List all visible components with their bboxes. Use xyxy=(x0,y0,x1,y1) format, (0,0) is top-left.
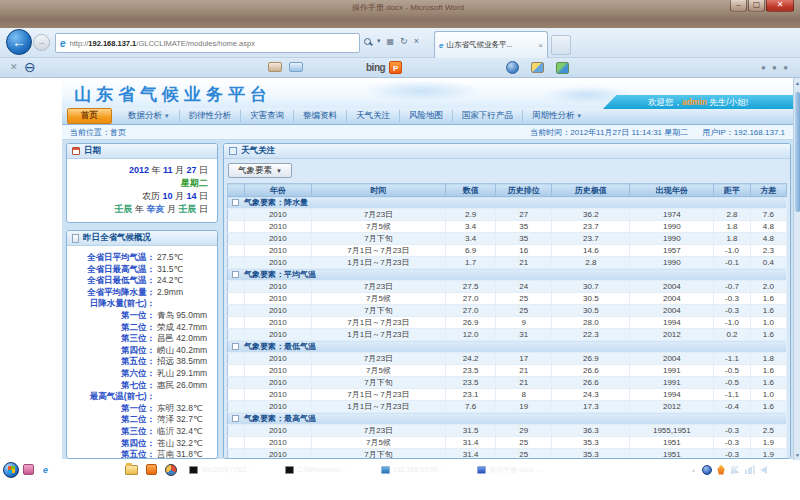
weather-focus-panel: 天气关注 气象要素 ▼ 年份时间数值历史排位历史极值出现年份距平方差气象要素：降… xyxy=(223,143,791,459)
browser-tab[interactable]: e 山东省气候业务平... × xyxy=(434,31,548,58)
menu-item-2[interactable]: 数据分析 ▼ xyxy=(119,110,180,122)
app-icon-orange[interactable] xyxy=(146,464,157,475)
page-scrollbar[interactable]: ▲ ▼ xyxy=(793,78,800,460)
explorer-icon[interactable] xyxy=(125,465,138,475)
bing-logo[interactable]: bing P xyxy=(366,61,402,74)
more-options-icon[interactable]: ● ● ● xyxy=(761,63,790,72)
taskbar-window-button[interactable]: C:\Windows\s... xyxy=(281,461,373,478)
scroll-up-icon[interactable]: ▲ xyxy=(794,80,800,86)
compatibility-view-icon[interactable]: ▦ xyxy=(387,37,395,46)
table-row[interactable]: 20107月1日～7月23日23.1824.31994-1.11.0 xyxy=(228,389,787,401)
new-tab-button[interactable] xyxy=(551,35,571,55)
antivirus-icon[interactable] xyxy=(717,465,726,475)
menu-item-1[interactable]: 首页 xyxy=(67,108,112,124)
menu-item-9[interactable]: 周期性分析 ▼ xyxy=(523,110,591,122)
taskbar-window-button[interactable]: Win2008 (VS2... xyxy=(185,461,277,478)
table-row[interactable]: 20107月下旬31.42535.31951-0.31.9 xyxy=(228,449,787,459)
checkbox[interactable] xyxy=(232,271,239,278)
menu-item-6[interactable]: 天气关注 xyxy=(347,110,400,122)
menu-item-label: 数据分析 xyxy=(128,110,162,120)
table-row[interactable]: 20107月23日27.52430.72004-0.72.0 xyxy=(228,281,787,293)
table-row[interactable]: 20107月下旬3.43523.719901.84.8 xyxy=(228,233,787,245)
forward-button[interactable]: → xyxy=(33,34,50,51)
pinned-app-icon[interactable] xyxy=(23,464,34,475)
app-icon-round[interactable] xyxy=(165,464,177,476)
app-tile-icon[interactable]: P xyxy=(389,61,402,74)
menu-item-5[interactable]: 整编资料 xyxy=(294,110,347,122)
stop-icon[interactable]: × xyxy=(414,36,419,46)
search-icon[interactable] xyxy=(364,38,371,45)
menu-item-3[interactable]: 韵律性分析 xyxy=(180,110,242,122)
action-center-flag-icon[interactable] xyxy=(731,465,740,474)
taskbar-ie-button[interactable]: e 山东省气候业务平台 xyxy=(39,461,117,478)
overview-label: 全省平均降水量： xyxy=(67,287,155,299)
table-row[interactable]: 20107月下旬23.52126.61991-0.51.6 xyxy=(228,377,787,389)
start-button[interactable] xyxy=(3,462,19,478)
table-cell: -1.1 xyxy=(714,389,750,401)
overview-label: 全省日平均气温： xyxy=(67,252,155,264)
menu-item-7[interactable]: 风险地图 xyxy=(400,110,453,122)
climate-data-table: 年份时间数值历史排位历史极值出现年份距平方差气象要素：降水量20107月23日2… xyxy=(227,183,787,458)
table-cell: 36.3 xyxy=(552,425,630,437)
toolbar-apps xyxy=(506,61,569,74)
table-row[interactable]: 20107月23日2.92736.219742.87.6 xyxy=(228,209,787,221)
scrollbar-thumb[interactable] xyxy=(795,92,800,212)
table-row[interactable]: 20107月下旬27.02530.52004-0.31.6 xyxy=(228,305,787,317)
taskbar-window-button[interactable]: 操作手册.docx -... xyxy=(473,461,565,478)
refresh-icon[interactable]: ↻ xyxy=(400,36,408,46)
table-cell: 23.7 xyxy=(552,233,630,245)
overview-value: 招远 38.5mm xyxy=(155,356,214,368)
mail-icon[interactable] xyxy=(289,62,303,72)
overview-value: 荣成 42.7mm xyxy=(155,322,214,334)
tab-close-icon[interactable]: × xyxy=(538,41,543,50)
table-cell: 9 xyxy=(496,317,552,329)
column-header: 时间 xyxy=(311,184,445,197)
taskbar-window-button[interactable]: 192.168.59.99... xyxy=(377,461,469,478)
table-row[interactable]: 20107月5候27.02530.52004-0.31.6 xyxy=(228,293,787,305)
messenger-icon[interactable] xyxy=(506,61,519,74)
table-cell: 2010 xyxy=(244,425,311,437)
element-filter-button[interactable]: 气象要素 ▼ xyxy=(228,163,292,178)
table-cell: 1957 xyxy=(630,245,714,257)
share-icon[interactable] xyxy=(556,62,569,74)
card-icon[interactable] xyxy=(268,62,282,72)
table-row[interactable]: 20107月1日～7月23日6.91614.61957-1.02.3 xyxy=(228,245,787,257)
close-button[interactable]: ✕ xyxy=(766,0,794,12)
table-cell: -0.3 xyxy=(714,425,750,437)
table-row[interactable]: 20107月5候31.42535.31951-0.31.9 xyxy=(228,437,787,449)
gallery-icon[interactable] xyxy=(531,62,544,73)
minimize-button[interactable]: – xyxy=(730,0,747,12)
table-row[interactable]: 20107月1日～7月23日26.9928.01994-1.01.0 xyxy=(228,317,787,329)
back-button[interactable]: ← xyxy=(6,29,32,55)
table-cell: -0.3 xyxy=(714,293,750,305)
network-icon[interactable] xyxy=(745,465,755,474)
checkbox[interactable] xyxy=(232,343,239,350)
table-row[interactable]: 20101月1日～7月23日12.03122.320120.21.6 xyxy=(228,329,787,341)
group-name: 气象要素：平均气温 xyxy=(244,270,316,279)
menu-item-8[interactable]: 国家下行产品 xyxy=(453,110,523,122)
close-bar-icon[interactable]: ✕ xyxy=(10,62,18,72)
checkbox[interactable] xyxy=(232,415,239,422)
current-time: 当前时间：2012年11月27日 11:14:31 星期二 xyxy=(530,127,688,138)
table-cell: 30.7 xyxy=(552,281,630,293)
window-controls: – ▢ ✕ xyxy=(729,0,794,12)
table-cell: 1.6 xyxy=(750,365,786,377)
checkbox[interactable] xyxy=(232,199,239,206)
volume-icon[interactable] xyxy=(760,466,767,474)
chevron-down-icon[interactable]: ▾ xyxy=(377,37,381,45)
table-row[interactable]: 20107月5候23.52126.61991-0.51.6 xyxy=(228,365,787,377)
address-bar[interactable]: e http://192.168.137.1/GLCCLIMATE/module… xyxy=(55,33,360,53)
maximize-button[interactable]: ▢ xyxy=(748,0,765,12)
table-cell: 35.3 xyxy=(552,449,630,459)
site-header: 山东省气候业务平台 欢迎您，admin 先生/小姐! xyxy=(62,78,793,108)
scroll-down-icon[interactable]: ▼ xyxy=(794,452,800,458)
table-row[interactable]: 20101月1日～7月23日1.7212.81990-0.10.4 xyxy=(228,257,787,269)
calendar-text: 辛亥 xyxy=(146,204,164,214)
table-row[interactable]: 20107月5候3.43523.719901.84.8 xyxy=(228,221,787,233)
table-row[interactable]: 20107月23日31.52936.31955,1951-0.32.5 xyxy=(228,425,787,437)
show-hidden-icons-arrow[interactable]: ▲ xyxy=(691,467,697,473)
table-row[interactable]: 20107月23日24.21726.92004-1.11.8 xyxy=(228,353,787,365)
table-row[interactable]: 20101月1日～7月23日7.61917.32012-0.41.6 xyxy=(228,401,787,413)
network-globe-icon[interactable] xyxy=(702,465,712,475)
menu-item-4[interactable]: 灾害查询 xyxy=(241,110,294,122)
